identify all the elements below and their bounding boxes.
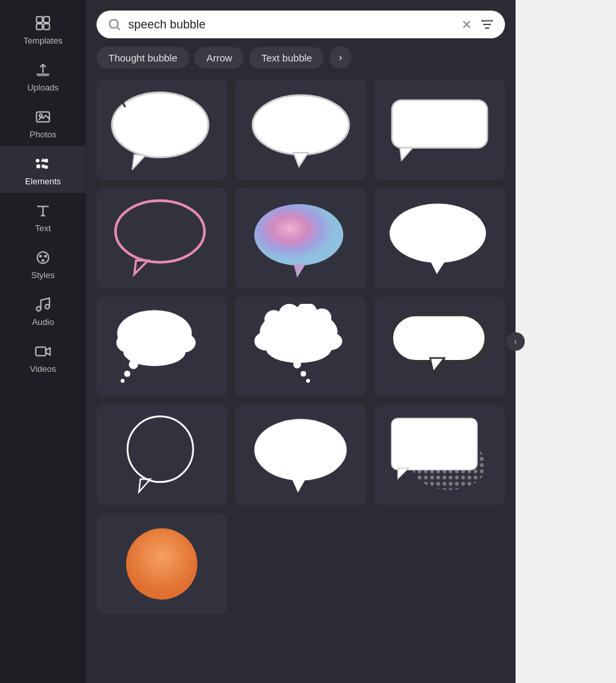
bubble-item-9[interactable] [374, 297, 505, 397]
svg-point-49 [313, 308, 331, 327]
svg-point-22 [487, 27, 489, 29]
main-panel: Thought bubble Arrow Text bubble › [86, 0, 516, 683]
svg-point-39 [128, 360, 137, 369]
sidebar-item-photos[interactable]: Photos [0, 99, 86, 146]
svg-point-13 [36, 306, 41, 311]
svg-point-65 [126, 528, 198, 599]
svg-point-25 [252, 95, 349, 155]
search-bar [96, 11, 505, 38]
svg-point-33 [389, 204, 486, 264]
svg-point-23 [112, 92, 208, 157]
svg-point-18 [491, 20, 493, 22]
svg-marker-26 [293, 153, 308, 166]
bubble-item-1[interactable] [96, 79, 227, 180]
svg-point-16 [110, 20, 118, 28]
bubble-item-7[interactable] [96, 297, 227, 397]
bubble-item-13[interactable] [96, 513, 227, 614]
bubble-grid [96, 79, 505, 614]
bubble-item-12[interactable] [374, 405, 505, 505]
svg-point-40 [124, 371, 130, 377]
svg-point-52 [306, 379, 310, 383]
bubble-svg-1 [106, 88, 217, 171]
sidebar-item-text[interactable]: Text [0, 193, 86, 240]
svg-rect-54 [392, 315, 486, 361]
bubble-svg-4 [110, 196, 213, 281]
sidebar-item-elements[interactable]: Elements [0, 146, 86, 193]
svg-point-41 [120, 379, 124, 383]
svg-point-19 [483, 24, 485, 26]
svg-point-57 [128, 417, 193, 482]
svg-rect-15 [36, 347, 46, 356]
bubble-item-10[interactable] [96, 405, 227, 505]
bubble-item-3[interactable] [374, 79, 505, 180]
text-icon [34, 202, 52, 219]
sidebar-item-videos[interactable]: Videos [0, 334, 86, 380]
sidebar-label-text: Text [35, 223, 51, 233]
svg-marker-64 [397, 468, 408, 479]
collapse-panel-button[interactable]: ‹ [506, 332, 525, 351]
filter-icon[interactable] [480, 17, 494, 32]
filter-chips: Thought bubble Arrow Text bubble › [86, 46, 516, 79]
sidebar-label-elements: Elements [25, 176, 61, 186]
svg-point-51 [300, 371, 305, 377]
photos-icon [34, 108, 52, 126]
bubble-item-11[interactable] [235, 405, 366, 505]
bubble-svg-10 [119, 412, 204, 497]
templates-icon [34, 15, 52, 32]
bubble-svg-2 [245, 88, 356, 171]
svg-rect-8 [42, 164, 45, 168]
bubble-item-8[interactable] [235, 297, 366, 397]
svg-point-21 [485, 27, 487, 29]
bubble-svg-3 [384, 94, 495, 165]
audio-icon [34, 296, 52, 313]
grid-scroll [86, 79, 516, 683]
svg-marker-32 [294, 264, 306, 277]
sidebar-item-styles[interactable]: Styles [0, 240, 86, 287]
chips-next-button[interactable]: › [329, 46, 352, 69]
sidebar-item-templates[interactable]: Templates [0, 5, 86, 52]
sidebar-item-uploads[interactable]: Uploads [0, 52, 86, 99]
sidebar-item-audio[interactable]: Audio [0, 287, 86, 334]
sidebar-label-videos: Videos [30, 364, 56, 374]
search-input[interactable] [128, 18, 453, 32]
svg-point-10 [39, 255, 42, 258]
svg-rect-63 [391, 419, 477, 470]
sidebar: Templates Uploads Photos Elements [0, 0, 86, 683]
styles-icon [34, 249, 52, 266]
bubble-svg-6 [384, 196, 495, 279]
bubble-item-4[interactable] [96, 188, 227, 288]
sidebar-label-templates: Templates [23, 36, 62, 46]
bubble-svg-12 [385, 412, 494, 497]
chip-text-bubble[interactable]: Text bubble [249, 47, 324, 69]
svg-point-17 [481, 20, 483, 22]
bubble-item-2[interactable] [235, 79, 366, 180]
svg-rect-0 [36, 17, 42, 22]
svg-marker-34 [430, 261, 445, 274]
bubble-svg-7 [112, 304, 213, 389]
uploads-icon [34, 61, 52, 79]
svg-point-20 [489, 24, 491, 26]
svg-point-14 [45, 305, 50, 309]
clear-search-icon[interactable] [460, 18, 473, 31]
svg-rect-3 [44, 24, 50, 30]
bubble-item-6[interactable] [374, 188, 505, 288]
svg-point-50 [293, 361, 301, 369]
svg-point-31 [254, 204, 344, 266]
svg-marker-24 [132, 155, 145, 169]
svg-marker-60 [292, 479, 306, 493]
svg-rect-6 [44, 159, 48, 162]
bubble-item-5[interactable] [235, 188, 366, 288]
bubble-svg-5 [249, 196, 352, 281]
svg-rect-7 [36, 164, 40, 168]
chip-arrow[interactable]: Arrow [194, 47, 244, 69]
videos-icon [34, 343, 52, 360]
svg-point-11 [44, 255, 47, 258]
search-bar-container [86, 0, 516, 46]
sidebar-label-styles: Styles [31, 270, 54, 280]
svg-point-12 [42, 259, 44, 262]
sidebar-label-uploads: Uploads [27, 83, 59, 92]
svg-point-29 [116, 200, 205, 262]
svg-rect-2 [36, 24, 42, 30]
right-panel: ‹ [516, 0, 616, 683]
chip-thought-bubble[interactable]: Thought bubble [96, 47, 189, 69]
